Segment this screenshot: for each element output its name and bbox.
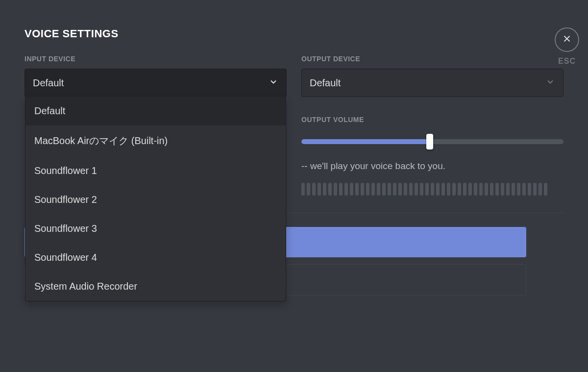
close-button[interactable] (555, 27, 579, 52)
meter-segment (468, 183, 472, 196)
input-device-option[interactable]: Default (25, 97, 286, 125)
meter-segment (323, 183, 326, 196)
meter-segment (318, 183, 321, 196)
meter-segment (398, 183, 402, 196)
output-volume-label: OUTPUT VOLUME (301, 116, 564, 124)
page-title: VOICE SETTINGS (24, 27, 564, 40)
meter-segment (409, 183, 413, 196)
meter-segment (544, 183, 547, 196)
meter-segment (350, 183, 353, 196)
chevron-down-icon (269, 77, 278, 89)
meter-segment (447, 183, 450, 196)
meter-segment (425, 183, 429, 196)
meter-segment (436, 183, 440, 196)
meter-segment (371, 183, 375, 196)
mic-level-meter (301, 182, 564, 196)
meter-segment (377, 183, 380, 196)
meter-segment (501, 183, 504, 196)
meter-segment (366, 183, 369, 196)
close-icon (562, 33, 572, 46)
meter-segment (485, 183, 488, 196)
meter-segment (431, 183, 434, 196)
output-device-section: OUTPUT DEVICE Default OUTPUT VOLUME -- w… (301, 55, 564, 196)
meter-segment (452, 183, 456, 196)
meter-segment (404, 183, 407, 196)
input-device-section: INPUT DEVICE Default DefaultMacBook Airの… (24, 55, 287, 196)
meter-segment (479, 183, 483, 196)
input-device-selected-value: Default (33, 77, 64, 89)
meter-segment (334, 183, 337, 196)
meter-segment (307, 183, 310, 196)
meter-segment (506, 183, 510, 196)
input-device-option[interactable]: Soundflower 1 (25, 156, 286, 185)
output-volume-slider[interactable] (301, 136, 564, 147)
meter-segment (533, 183, 537, 196)
output-device-select[interactable]: Default (301, 69, 564, 97)
meter-segment (474, 183, 477, 196)
meter-segment (512, 183, 515, 196)
chevron-down-icon (545, 77, 555, 89)
input-device-option[interactable]: Soundflower 2 (25, 185, 286, 214)
meter-segment (490, 183, 493, 196)
input-device-label: INPUT DEVICE (24, 55, 287, 63)
meter-segment (415, 183, 418, 196)
meter-segment (382, 183, 386, 196)
input-device-option[interactable]: Soundflower 4 (25, 243, 286, 272)
meter-segment (393, 183, 396, 196)
slider-thumb[interactable] (426, 134, 433, 149)
meter-segment (312, 183, 316, 196)
meter-segment (522, 183, 526, 196)
output-device-label: OUTPUT DEVICE (301, 55, 564, 63)
output-device-selected-value: Default (310, 77, 341, 89)
input-device-select[interactable]: Default DefaultMacBook Airのマイク (Built-in… (24, 69, 287, 97)
meter-segment (328, 183, 332, 196)
meter-segment (517, 183, 520, 196)
meter-segment (420, 183, 423, 196)
meter-segment (463, 183, 466, 196)
meter-segment (301, 183, 305, 196)
meter-segment (361, 183, 364, 196)
input-device-option[interactable]: MacBook Airのマイク (Built-in) (25, 125, 286, 156)
meter-segment (344, 183, 348, 196)
meter-segment (339, 183, 343, 196)
meter-segment (388, 183, 391, 196)
close-hint: ESC (558, 57, 576, 66)
input-device-dropdown: DefaultMacBook Airのマイク (Built-in)Soundfl… (25, 97, 286, 301)
mic-test-hint: -- we'll play your voice back to you. (301, 161, 564, 172)
meter-segment (528, 183, 531, 196)
meter-segment (539, 183, 542, 196)
meter-segment (458, 183, 461, 196)
meter-segment (441, 183, 445, 196)
input-device-option[interactable]: System Audio Recorder (25, 272, 286, 301)
input-device-option[interactable]: Soundflower 3 (25, 214, 286, 243)
meter-segment (495, 183, 499, 196)
meter-segment (355, 183, 359, 196)
